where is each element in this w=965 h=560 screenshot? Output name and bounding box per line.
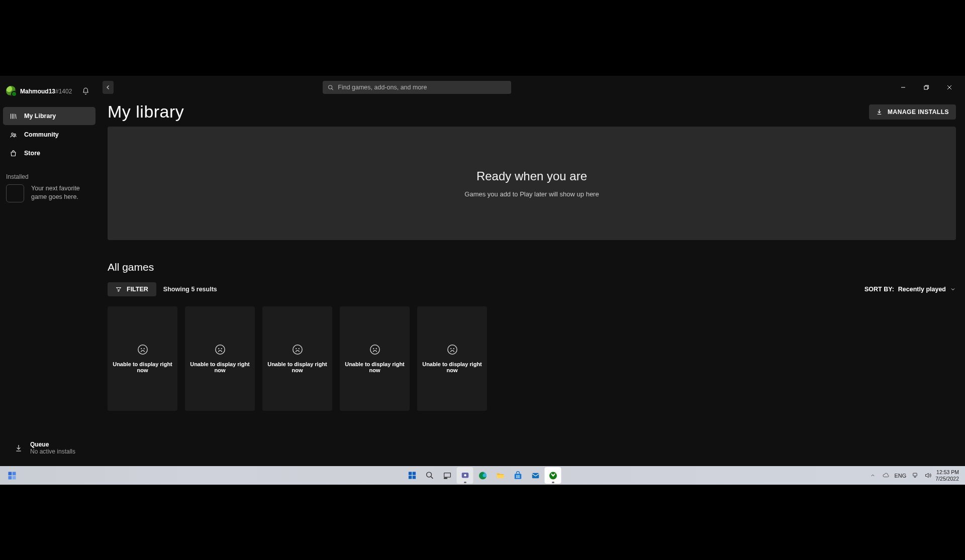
xbox-icon: [548, 471, 557, 480]
queue-title: Queue: [30, 441, 75, 448]
xbox-button[interactable]: [545, 467, 561, 484]
edge-button[interactable]: [474, 467, 491, 484]
search-icon: [328, 84, 334, 91]
title-row: My library MANAGE INSTALLS: [108, 102, 956, 122]
svg-rect-21: [9, 476, 12, 479]
manage-installs-label: MANAGE INSTALLS: [888, 108, 949, 116]
network-button[interactable]: [909, 470, 920, 481]
svg-point-7: [215, 345, 224, 354]
chevron-left-icon: [105, 84, 111, 90]
sidebar-item-store[interactable]: Store: [3, 144, 95, 162]
games-grid: Unable to display right now Unable to di…: [108, 306, 956, 411]
svg-point-13: [370, 345, 379, 354]
notifications-button[interactable]: [78, 84, 92, 98]
folder-icon: [496, 471, 505, 480]
clock[interactable]: 12:53 PM 7/25/2022: [935, 469, 962, 481]
mail-button[interactable]: [527, 467, 544, 484]
svg-point-17: [450, 349, 451, 349]
svg-point-16: [447, 345, 456, 354]
sidebar-item-library[interactable]: My Library: [3, 107, 95, 125]
search-button[interactable]: [422, 467, 438, 484]
topbar: [99, 76, 965, 96]
svg-point-5: [141, 349, 141, 349]
username: Mahmoud13: [20, 88, 55, 95]
search-box[interactable]: [323, 81, 511, 94]
letterbox-bottom: [0, 485, 965, 560]
svg-rect-25: [409, 476, 412, 479]
filter-icon: [116, 286, 122, 292]
search-input[interactable]: [338, 84, 506, 91]
card-label: Unable to display right now: [108, 361, 177, 373]
taskbar: ENG 12:53 PM 7/25/2022: [0, 466, 965, 485]
sad-face-icon: [369, 344, 380, 355]
manage-installs-button[interactable]: MANAGE INSTALLS: [869, 104, 956, 120]
chat-button[interactable]: [457, 467, 473, 484]
svg-rect-28: [444, 473, 451, 478]
app-body: Mahmoud13#1402 My Library: [0, 76, 965, 466]
edge-icon: [478, 471, 487, 480]
queue[interactable]: Queue No active installs: [0, 435, 99, 466]
svg-point-14: [373, 349, 373, 349]
sort-dropdown[interactable]: SORT BY: Recently played: [864, 286, 956, 293]
game-card[interactable]: Unable to display right now: [262, 306, 332, 411]
card-label: Unable to display right now: [417, 361, 487, 373]
svg-rect-38: [532, 473, 539, 478]
sad-face-icon: [215, 344, 226, 355]
nav-label: Community: [24, 131, 59, 138]
svg-point-12: [299, 349, 299, 349]
explorer-button[interactable]: [492, 467, 509, 484]
placeholder-text: Your next favorite game goes here.: [31, 184, 86, 201]
svg-point-4: [138, 345, 147, 354]
volume-icon: [924, 472, 932, 479]
volume-button[interactable]: [922, 470, 933, 481]
avatar: [6, 86, 16, 96]
search-icon: [426, 471, 434, 480]
language-indicator[interactable]: ENG: [893, 470, 907, 481]
start-button[interactable]: [404, 467, 421, 484]
widgets-button[interactable]: [5, 469, 19, 483]
store-button[interactable]: [510, 467, 526, 484]
show-hidden-icons[interactable]: [867, 470, 878, 481]
filter-label: FILTER: [127, 286, 148, 293]
queue-subtitle: No active installs: [30, 448, 75, 455]
sad-face-icon: [447, 344, 458, 355]
filter-button[interactable]: FILTER: [108, 282, 156, 296]
svg-point-31: [464, 474, 466, 477]
store-icon: [9, 149, 17, 157]
minimize-icon: [901, 85, 906, 90]
svg-rect-22: [13, 476, 16, 479]
svg-rect-34: [516, 475, 517, 476]
bell-icon: [82, 87, 89, 95]
close-button[interactable]: [938, 81, 961, 94]
card-label: Unable to display right now: [262, 361, 332, 373]
hero-subtitle: Games you add to Play later will show up…: [464, 190, 599, 198]
close-icon: [947, 85, 952, 90]
onedrive-button[interactable]: [880, 470, 891, 481]
main: My library MANAGE INSTALLS Ready when yo…: [99, 76, 965, 466]
svg-rect-3: [924, 86, 928, 90]
sad-face-icon: [137, 344, 148, 355]
game-card[interactable]: Unable to display right now: [108, 306, 177, 411]
svg-rect-20: [13, 472, 16, 475]
results-text: Showing 5 results: [163, 286, 217, 293]
chevron-up-icon: [870, 473, 876, 478]
placeholder-box[interactable]: [6, 184, 24, 202]
svg-point-6: [144, 349, 144, 349]
maximize-button[interactable]: [915, 81, 938, 94]
installed-placeholder: Your next favorite game goes here.: [0, 184, 99, 202]
sidebar-item-community[interactable]: Community: [3, 126, 95, 144]
task-view-button[interactable]: [439, 467, 456, 484]
game-card[interactable]: Unable to display right now: [340, 306, 410, 411]
game-card[interactable]: Unable to display right now: [185, 306, 255, 411]
sad-face-icon: [292, 344, 303, 355]
game-card[interactable]: Unable to display right now: [417, 306, 487, 411]
back-button[interactable]: [103, 81, 114, 94]
svg-point-10: [293, 345, 302, 354]
profile[interactable]: Mahmoud13#1402: [0, 80, 99, 102]
letterbox-top: [0, 0, 965, 76]
installed-section-label: Installed: [0, 162, 99, 184]
svg-point-8: [218, 349, 219, 349]
store-icon: [513, 471, 522, 480]
library-icon: [9, 112, 17, 120]
minimize-button[interactable]: [892, 81, 915, 94]
